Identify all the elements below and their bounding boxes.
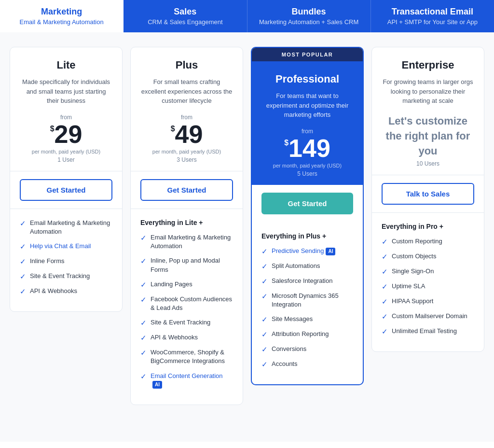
enterprise-custom-price: Let's customize the right plan for you <box>382 114 474 158</box>
plan-card-plus: PlusFor small teams crafting excellent e… <box>130 47 243 405</box>
feature-item-lite-2: ✓ Inline Forms <box>20 257 112 266</box>
from-label-plus: from <box>140 114 233 121</box>
plan-name-enterprise: Enterprise <box>382 59 474 71</box>
nav-title-marketing: Marketing <box>10 7 113 17</box>
nav-item-marketing[interactable]: Marketing Email & Marketing Automation <box>0 0 124 32</box>
feature-item-professional-0: ✓ Predictive SendingAI <box>261 247 353 256</box>
price-section-plus: from$49per month, paid yearly (USD)3 Use… <box>140 114 233 163</box>
nav-item-sales[interactable]: Sales CRM & Sales Engagement <box>124 0 247 32</box>
feature-item-lite-0: ✓ Email Marketing & Marketing Automation <box>20 219 112 236</box>
cta-button-professional[interactable]: Get Started <box>261 193 353 214</box>
users-label-plus: 3 Users <box>140 156 233 163</box>
plan-card-enterprise: EnterpriseFor growing teams in larger or… <box>371 47 484 352</box>
nav-subtitle-marketing: Email & Marketing Automation <box>10 18 113 26</box>
plan-header-lite: LiteMade specifically for individuals an… <box>10 47 122 171</box>
plan-description-lite: Made specifically for individuals and sm… <box>20 77 112 106</box>
feature-item-lite-3: ✓ Site & Event Tracking <box>20 272 112 281</box>
feature-item-plus-7: ✓ Email Content GenerationAI <box>140 372 233 389</box>
feature-item-enterprise-0: ✓ Custom Reporting <box>382 237 474 246</box>
check-icon: ✓ <box>261 345 268 354</box>
plan-card-professional: MOST POPULARProfessionalFor teams that w… <box>251 47 364 385</box>
feature-item-enterprise-1: ✓ Custom Objects <box>382 252 474 261</box>
check-icon: ✓ <box>261 360 268 369</box>
plan-header-professional: ProfessionalFor teams that want to exper… <box>252 61 363 185</box>
feature-item-professional-5: ✓ Attribution Reporting <box>261 330 353 339</box>
plan-description-enterprise: For growing teams in larger orgs looking… <box>382 77 474 106</box>
cta-button-enterprise[interactable]: Talk to Sales <box>382 183 474 205</box>
plan-name-lite: Lite <box>20 59 112 71</box>
feature-text-enterprise-1: Custom Objects <box>392 252 436 261</box>
features-section-lite: ✓ Email Marketing & Marketing Automation… <box>10 209 122 311</box>
feature-text-enterprise-4: HIPAA Support <box>392 297 433 306</box>
feature-item-professional-6: ✓ Conversions <box>261 345 353 354</box>
feature-item-lite-1: ✓ Help via Chat & Email <box>20 242 112 251</box>
nav-item-transactional[interactable]: Transactional Email API + SMTP for Your … <box>371 0 494 32</box>
price-amount-professional: 149 <box>288 136 330 161</box>
feature-text-professional-0: Predictive SendingAI <box>272 247 335 255</box>
feature-text-enterprise-2: Single Sign-On <box>392 267 434 276</box>
check-icon: ✓ <box>20 219 26 228</box>
check-icon: ✓ <box>140 280 147 289</box>
price-period-lite: per month, paid yearly (USD) <box>20 149 112 154</box>
users-label-enterprise: 10 Users <box>382 160 474 167</box>
cta-button-plus[interactable]: Get Started <box>140 179 233 201</box>
check-icon: ✓ <box>140 349 147 357</box>
check-icon: ✓ <box>261 292 268 301</box>
feature-text-plus-0: Email Marketing & Marketing Automation <box>151 233 233 251</box>
users-label-professional: 5 Users <box>261 170 353 177</box>
feature-text-professional-7: Accounts <box>272 360 297 368</box>
plan-header-plus: PlusFor small teams crafting excellent e… <box>131 47 243 171</box>
feature-text-lite-3: Site & Event Tracking <box>30 272 90 280</box>
price-dollar-professional: $ <box>284 139 288 147</box>
plans-section: LiteMade specifically for individuals an… <box>0 32 494 442</box>
check-icon: ✓ <box>382 282 388 291</box>
nav-subtitle-sales: CRM & Sales Engagement <box>133 18 237 26</box>
check-icon: ✓ <box>382 297 388 306</box>
check-icon: ✓ <box>140 257 147 266</box>
feature-text-professional-5: Attribution Reporting <box>272 330 329 338</box>
check-icon: ✓ <box>20 272 26 281</box>
plan-description-plus: For small teams crafting excellent exper… <box>140 77 233 106</box>
feature-item-enterprise-3: ✓ Uptime SLA <box>382 282 474 291</box>
check-icon: ✓ <box>261 277 268 286</box>
check-icon: ✓ <box>140 234 147 242</box>
check-icon: ✓ <box>382 252 388 261</box>
feature-text-plus-7: Email Content GenerationAI <box>151 372 233 389</box>
feature-text-plus-5: API & Webhooks <box>151 333 198 342</box>
feature-item-enterprise-2: ✓ Single Sign-On <box>382 267 474 276</box>
plan-description-professional: For teams that want to experiment and op… <box>261 91 353 120</box>
price-amount-plus: 49 <box>175 122 203 147</box>
ai-badge: AI <box>152 381 162 389</box>
feature-item-plus-6: ✓ WooCommerce, Shopify & BigCommerce Int… <box>140 348 233 365</box>
feature-text-plus-6: WooCommerce, Shopify & BigCommerce Integ… <box>151 348 233 365</box>
nav-item-bundles[interactable]: Bundles Marketing Automation + Sales CRM <box>247 0 371 32</box>
feature-text-lite-1: Help via Chat & Email <box>30 242 91 251</box>
feature-item-professional-4: ✓ Site Messages <box>261 315 353 324</box>
price-period-professional: per month, paid yearly (USD) <box>261 163 353 168</box>
cta-button-lite[interactable]: Get Started <box>20 179 112 201</box>
from-label-lite: from <box>20 114 112 121</box>
price-section-lite: from$29per month, paid yearly (USD)1 Use… <box>20 114 112 163</box>
features-heading-professional: Everything in Plus + <box>261 232 353 240</box>
price-amount-lite: 29 <box>55 122 82 147</box>
feature-item-enterprise-6: ✓ Unlimited Email Testing <box>382 327 474 336</box>
check-icon: ✓ <box>261 315 268 324</box>
feature-text-enterprise-5: Custom Mailserver Domain <box>392 312 467 321</box>
feature-text-enterprise-6: Unlimited Email Testing <box>392 327 457 336</box>
cta-section-enterprise: Talk to Sales <box>372 175 484 213</box>
feature-item-lite-4: ✓ API & Webhooks <box>20 287 112 296</box>
feature-text-lite-4: API & Webhooks <box>30 287 77 295</box>
price-period-plus: per month, paid yearly (USD) <box>140 149 233 154</box>
feature-item-professional-3: ✓ Microsoft Dynamics 365 Integration <box>261 292 353 309</box>
features-section-enterprise: Everything in Pro + ✓ Custom Reporting ✓… <box>372 213 484 351</box>
top-navigation: Marketing Email & Marketing Automation S… <box>0 0 494 32</box>
check-icon: ✓ <box>20 257 26 266</box>
features-section-professional: Everything in Plus + ✓ Predictive Sendin… <box>252 223 363 384</box>
check-icon: ✓ <box>140 319 147 327</box>
feature-text-enterprise-0: Custom Reporting <box>392 237 442 246</box>
plan-name-plus: Plus <box>140 59 233 71</box>
feature-text-plus-1: Inline, Pop up and Modal Forms <box>151 256 233 274</box>
check-icon: ✓ <box>20 287 26 296</box>
check-icon: ✓ <box>261 330 268 339</box>
feature-item-professional-1: ✓ Split Automations <box>261 262 353 271</box>
